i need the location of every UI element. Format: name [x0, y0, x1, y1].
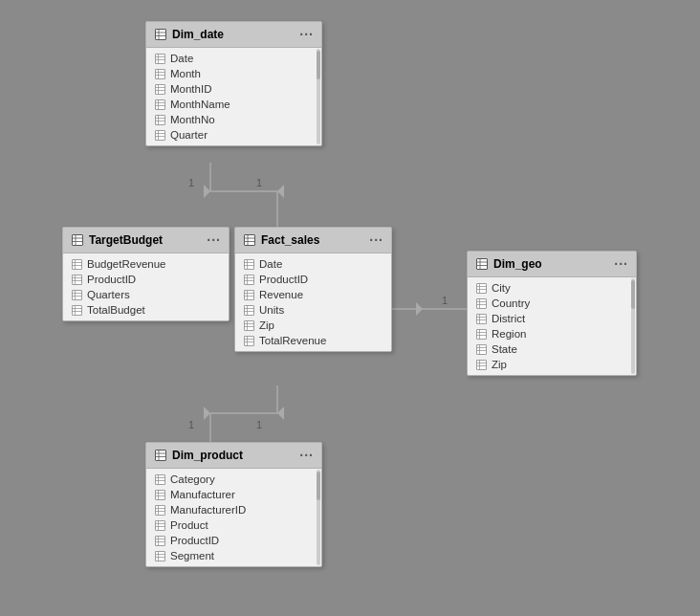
field-label: MonthName [170, 99, 230, 110]
field-label: Month [170, 68, 201, 79]
svg-marker-9 [416, 302, 423, 316]
field-label: TotalBudget [87, 304, 145, 316]
list-item: Product [146, 517, 321, 533]
svg-rect-41 [155, 130, 164, 140]
list-item: Date [235, 256, 391, 272]
field-icon [243, 304, 254, 316]
list-item: Zip [235, 318, 391, 333]
list-item: Country [468, 296, 636, 311]
field-label: MonthNo [170, 114, 215, 125]
dim-date-menu[interactable]: ··· [299, 27, 314, 42]
diagram-canvas: 1 1 1 1 1 [0, 0, 700, 616]
list-item: Category [146, 472, 321, 487]
svg-rect-117 [476, 360, 486, 369]
svg-rect-57 [72, 290, 81, 299]
dim-product-header: Dim_product ··· [146, 443, 321, 469]
target-budget-body: BudgetRevenue ProductID Quarters TotalBu… [63, 253, 229, 320]
target-budget-menu[interactable]: ··· [207, 232, 221, 248]
svg-rect-45 [73, 235, 83, 246]
list-item: Revenue [235, 287, 391, 302]
field-icon [475, 297, 487, 309]
dim-date-table[interactable]: Dim_date ··· Date Month MonthID [145, 21, 322, 146]
field-icon [243, 258, 254, 270]
list-item: State [468, 341, 636, 357]
scrollbar[interactable] [317, 470, 320, 565]
dim-product-title: Dim_product [172, 449, 243, 462]
list-item: ProductID [63, 272, 229, 287]
field-icon [71, 258, 82, 270]
field-label: Quarter [170, 129, 208, 141]
field-icon [154, 504, 165, 516]
field-label: Segment [170, 550, 214, 561]
list-item: Quarters [63, 287, 229, 302]
svg-rect-81 [244, 305, 253, 315]
svg-rect-61 [72, 305, 81, 315]
fact-sales-table[interactable]: Fact_sales ··· Date ProductID R [234, 227, 392, 352]
svg-rect-133 [155, 505, 164, 515]
table-icon [243, 233, 256, 247]
svg-text:1: 1 [442, 295, 448, 306]
field-label: Revenue [259, 289, 303, 300]
dim-date-body: Date Month MonthID MonthName [146, 48, 321, 145]
svg-rect-73 [244, 275, 253, 284]
field-label: Units [259, 304, 284, 316]
dim-geo-title: Dim_geo [493, 257, 542, 271]
dim-geo-menu[interactable]: ··· [614, 256, 628, 272]
field-icon [243, 274, 254, 285]
field-icon [154, 68, 165, 79]
field-label: BudgetRevenue [87, 258, 165, 270]
dim-product-table[interactable]: Dim_product ··· Category Manufacturer [145, 442, 322, 567]
svg-marker-15 [204, 407, 210, 420]
scrollbar[interactable] [317, 49, 320, 144]
svg-text:1: 1 [188, 177, 194, 188]
field-icon [71, 274, 82, 285]
list-item: TotalRevenue [235, 333, 391, 348]
target-budget-title: TargetBudget [89, 233, 163, 247]
field-icon [243, 335, 254, 346]
field-label: Product [170, 519, 208, 531]
field-icon [154, 99, 165, 110]
dim-geo-table[interactable]: Dim_geo ··· City Country Distri [467, 251, 637, 376]
svg-rect-97 [476, 283, 486, 293]
dim-product-menu[interactable]: ··· [299, 448, 314, 463]
field-label: Region [492, 328, 526, 340]
svg-rect-21 [155, 54, 164, 63]
scrollbar[interactable] [631, 278, 635, 374]
list-item: TotalBudget [63, 302, 229, 318]
field-label: Country [492, 297, 530, 309]
list-item: Manufacturer [146, 487, 321, 502]
svg-rect-137 [155, 520, 164, 530]
field-label: Manufacturer [170, 489, 235, 500]
fact-sales-menu[interactable]: ··· [369, 232, 383, 248]
svg-rect-101 [476, 298, 486, 308]
svg-rect-77 [244, 290, 253, 299]
svg-text:1: 1 [188, 419, 194, 430]
svg-rect-25 [155, 69, 164, 78]
field-label: Quarters [87, 289, 130, 300]
field-icon [475, 328, 487, 340]
table-icon [154, 28, 167, 41]
field-label: Category [170, 473, 215, 485]
field-label: TotalRevenue [259, 335, 326, 346]
list-item: Region [468, 326, 636, 341]
target-budget-table[interactable]: TargetBudget ··· BudgetRevenue ProductID [62, 227, 230, 321]
svg-rect-141 [155, 536, 164, 545]
field-icon [243, 289, 254, 300]
table-icon [154, 449, 167, 462]
svg-rect-37 [155, 115, 164, 124]
field-label: State [492, 343, 517, 355]
field-icon [71, 304, 82, 316]
svg-rect-89 [244, 336, 253, 345]
fact-sales-body: Date ProductID Revenue Units [235, 253, 391, 351]
dim-date-title: Dim_date [172, 28, 224, 41]
field-icon [475, 343, 487, 355]
list-item: Units [235, 302, 391, 318]
list-item: MonthNo [146, 112, 321, 127]
svg-rect-125 [155, 474, 164, 484]
field-label: District [492, 313, 525, 324]
field-label: ProductID [170, 535, 219, 546]
field-label: Zip [259, 319, 274, 331]
svg-marker-16 [277, 407, 284, 420]
svg-marker-6 [277, 185, 284, 198]
field-label: MonthID [170, 83, 211, 95]
